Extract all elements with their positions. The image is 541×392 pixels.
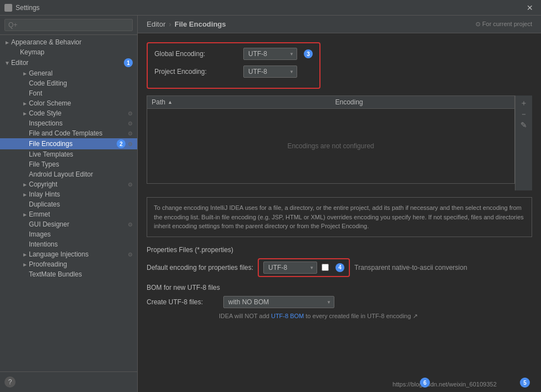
project-encoding-select[interactable]: UTF-8 UTF-16 ISO-8859-1 (243, 66, 297, 78)
bom-info-prefix: IDEA will NOT add (219, 313, 269, 319)
sidebar-item-inspections[interactable]: Inspections⚙ (0, 118, 137, 128)
encoding-settings-box: Global Encoding: UTF-8 UTF-16 ISO-8859-1… (147, 42, 320, 89)
tree-arrow-language-injections: ► (22, 252, 29, 258)
sidebar-item-gui-designer[interactable]: GUI Designer⚙ (0, 219, 137, 229)
table-path-header: Path ▲ (147, 96, 331, 108)
content-body: Global Encoding: UTF-8 UTF-16 ISO-8859-1… (138, 33, 541, 392)
tree-arrow-proofreading: ► (22, 262, 29, 268)
content-panel: Editor › File Encodings ⊙ For current pr… (138, 16, 541, 392)
sidebar-item-appearance[interactable]: ►Appearance & Behavior (0, 37, 137, 47)
sidebar-item-emmet[interactable]: ►Emmet (0, 209, 137, 219)
global-encoding-label: Global Encoding: (154, 50, 243, 58)
search-input[interactable] (4, 19, 133, 31)
remove-row-button[interactable]: － (518, 109, 530, 119)
sidebar-label-font: Font (29, 89, 133, 97)
tree-arrow-inlay-hints: ► (22, 192, 29, 198)
sidebar-search-area (0, 16, 137, 35)
sidebar-item-android-layout-editor[interactable]: Android Layout Editor (0, 169, 137, 179)
sidebar-label-duplicates: Duplicates (29, 200, 133, 208)
gear-icon-inspections: ⚙ (128, 120, 133, 127)
tree-arrow-color-scheme: ► (22, 100, 29, 107)
sidebar-item-language-injections[interactable]: ►Language Injections⚙ (0, 249, 137, 259)
sort-arrow: ▲ (168, 99, 173, 105)
sidebar-label-inlay-hints: Inlay Hints (29, 190, 133, 198)
info-text-box: To change encoding IntelliJ IDEA uses fo… (147, 197, 532, 237)
table-action-buttons: ＋ － ✎ (515, 96, 532, 190)
sidebar-item-file-encodings[interactable]: File Encodings2⚙ (0, 138, 137, 149)
close-button[interactable]: ✕ (523, 2, 537, 13)
transparent-checkbox[interactable] (322, 264, 329, 271)
create-utf8-label: Create UTF-8 files: (147, 298, 219, 306)
breadcrumb-separator: › (169, 20, 171, 28)
sidebar-label-code-style: Code Style (29, 109, 126, 117)
create-utf8-row: Create UTF-8 files: with NO BOM with BOM… (147, 296, 532, 308)
table-encoding-header: Encoding (331, 96, 515, 108)
transparent-label: Transparent native-to-ascii conversion (354, 264, 467, 272)
breadcrumb-editor: Editor (147, 20, 166, 28)
sidebar-label-images: Images (29, 230, 133, 238)
bom-select[interactable]: with NO BOM with BOM always with BOM (223, 296, 334, 308)
sidebar-item-live-templates[interactable]: Live Templates (0, 149, 137, 159)
badge-3: 3 (304, 49, 313, 58)
sidebar-item-code-editing[interactable]: Code Editing (0, 78, 137, 88)
app-icon (4, 4, 12, 12)
watermark-url: https://blog.csdn.net/weixin_60109352 (393, 381, 497, 388)
tree-arrow-editor: ▼ (4, 60, 11, 66)
table-header: Path ▲ Encoding (147, 96, 514, 109)
sidebar-bottom: ? (0, 371, 137, 392)
sidebar-label-color-scheme: Color Scheme (29, 99, 133, 107)
tree-arrow-emmet: ► (22, 212, 29, 218)
sidebar-label-android-layout-editor: Android Layout Editor (29, 170, 133, 178)
sidebar-item-color-scheme[interactable]: ►Color Scheme (0, 98, 137, 108)
utf8-bom-link[interactable]: UTF-8 BOM (271, 313, 304, 319)
for-current-project-label: ⊙ For current project (475, 21, 532, 28)
project-encoding-row: Project Encoding: UTF-8 UTF-16 ISO-8859-… (154, 66, 313, 78)
sidebar-label-file-and-code-templates: File and Code Templates (29, 129, 126, 137)
help-button[interactable]: ? (4, 376, 16, 388)
sidebar-label-live-templates: Live Templates (29, 150, 133, 158)
props-encoding-select[interactable]: UTF-8 UTF-16 ISO-8859-1 (263, 262, 317, 274)
title-bar: Settings ✕ (0, 0, 541, 16)
sidebar-item-code-style[interactable]: ►Code Style⚙ (0, 108, 137, 118)
badge-5: 5 (520, 378, 530, 388)
window-title: Settings (16, 4, 523, 12)
sidebar-item-inlay-hints[interactable]: ►Inlay Hints (0, 189, 137, 199)
sidebar-item-images[interactable]: Images (0, 229, 137, 239)
sidebar-item-proofreading[interactable]: ►Proofreading (0, 259, 137, 269)
sidebar-item-intentions[interactable]: Intentions (0, 239, 137, 249)
sidebar-label-general: General (29, 69, 133, 77)
breadcrumb-current: File Encodings (174, 20, 226, 28)
sidebar-label-emmet: Emmet (29, 210, 133, 218)
badge-2-sidebar: 2 (117, 139, 126, 148)
gear-icon-gui-designer: ⚙ (128, 222, 133, 228)
sidebar-item-file-and-code-templates[interactable]: File and Code Templates⚙ (0, 128, 137, 138)
default-encoding-row: Default encoding for properties files: U… (147, 258, 532, 277)
sidebar-item-editor[interactable]: ▼Editor1 (0, 57, 137, 68)
sidebar-item-copyright[interactable]: ►Copyright⚙ (0, 179, 137, 189)
sidebar-item-duplicates[interactable]: Duplicates (0, 199, 137, 209)
sidebar-label-file-types: File Types (29, 160, 133, 168)
default-encoding-label: Default encoding for properties files: (147, 264, 253, 272)
bom-info-text: IDEA will NOT add UTF-8 BOM to every cre… (219, 313, 532, 320)
badge-6: 6 (420, 378, 430, 388)
encodings-table-container: Path ▲ Encoding Encodings are not config… (147, 96, 515, 184)
properties-section: Properties Files (*.properties) Default … (147, 246, 532, 277)
badge-4: 4 (335, 263, 344, 272)
sidebar-item-textmate-bundles[interactable]: TextMate Bundles (0, 269, 137, 279)
global-encoding-select[interactable]: UTF-8 UTF-16 ISO-8859-1 (243, 48, 297, 60)
sidebar-item-file-types[interactable]: File Types (0, 159, 137, 169)
sidebar-label-textmate-bundles: TextMate Bundles (29, 270, 133, 278)
bom-section-heading: BOM for new UTF-8 files (147, 284, 532, 292)
table-body: Path ▲ Encoding Encodings are not config… (147, 96, 515, 190)
sidebar-label-intentions: Intentions (29, 240, 133, 248)
sidebar-item-general[interactable]: ►General (0, 68, 137, 78)
add-row-button[interactable]: ＋ (518, 98, 530, 108)
bom-section: BOM for new UTF-8 files Create UTF-8 fil… (147, 284, 532, 320)
badge-1-sidebar: 1 (124, 58, 133, 67)
project-encoding-select-wrapper: UTF-8 UTF-16 ISO-8859-1 (243, 66, 297, 78)
sidebar-item-font[interactable]: Font (0, 88, 137, 98)
edit-row-button[interactable]: ✎ (518, 120, 530, 130)
sidebar-label-language-injections: Language Injections (29, 250, 126, 258)
sidebar-label-code-editing: Code Editing (29, 79, 133, 87)
sidebar-item-keymap[interactable]: Keymap (0, 47, 137, 57)
